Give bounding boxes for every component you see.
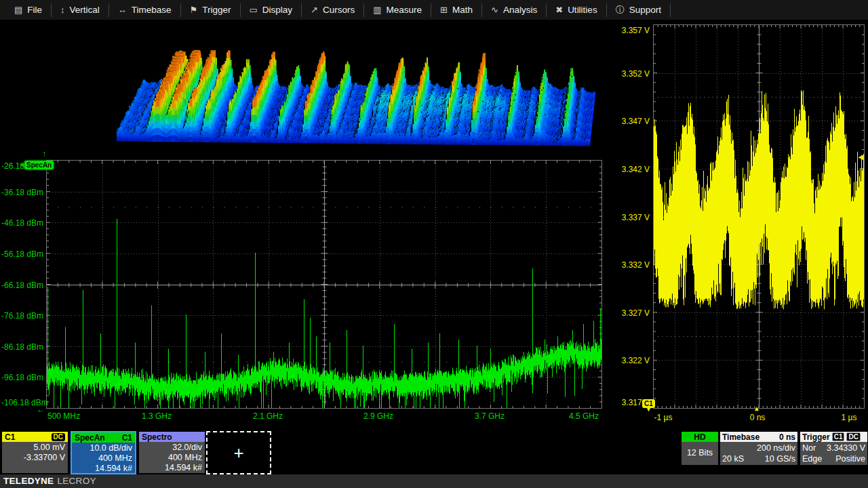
teledyne-lecroy-logo: TELEDYNELECROY: [3, 476, 96, 486]
logo-sub: LECROY: [57, 476, 96, 486]
menu-item-display[interactable]: ▭Display: [241, 0, 302, 20]
c1-title: C1: [5, 432, 15, 442]
c1-scale: 5.00 mV: [2, 443, 65, 453]
support-icon: ⓘ: [616, 4, 625, 16]
menu-item-utilities[interactable]: ✖Utilities: [547, 0, 606, 20]
c1-coupling-badge: DC: [52, 433, 65, 441]
timebase-delay: 0 ns: [779, 432, 795, 442]
spectrum-plot-frame: [46, 160, 602, 409]
scope-plot-frame: [653, 24, 865, 409]
specan-selected-accent: [71, 473, 136, 474]
menu-item-label: Display: [262, 5, 292, 15]
scope-y-label: 3.337 V: [613, 213, 650, 222]
spectrum-x-label: 4.5 GHz: [553, 411, 614, 421]
menu-bar: ▤File↕Vertical↔Timebase⚑Trigger▭Display↗…: [0, 0, 868, 20]
menu-item-file[interactable]: ▤File: [5, 0, 51, 20]
menu-item-label: Measure: [387, 5, 422, 15]
timebase-samples: 20 kS: [722, 453, 744, 464]
vertical-icon: ↕: [60, 5, 65, 15]
descriptor-box-spectro[interactable]: Spectro 32.0/div 400 MHz 14.594 k#: [139, 432, 205, 473]
descriptor-box-c1[interactable]: C1 DC 5.00 mV -3.33700 V: [2, 432, 68, 473]
trigger-level: 3.34330 V: [827, 443, 865, 453]
trigger-status-box[interactable]: Trigger C1 DC Nor 3.34330 V Edge Positiv…: [800, 432, 867, 465]
specan-up-arrow-icon: ↑: [42, 150, 46, 158]
plus-icon: +: [233, 446, 243, 460]
trigger-time-marker-icon[interactable]: ▲: [753, 405, 760, 412]
trigger-level-marker-icon[interactable]: ◄: [856, 152, 865, 161]
cursors-icon: ↗: [311, 5, 318, 15]
specan-title: SpecAn: [75, 433, 105, 443]
spectro-points: 14.594 k#: [139, 463, 202, 473]
menu-item-timebase[interactable]: ↔Timebase: [109, 0, 180, 20]
spectrum-x-label: 2.9 GHz: [348, 411, 409, 421]
spectrum-analyzer-plot[interactable]: [47, 161, 601, 408]
scope-y-label: 3.342 V: [613, 165, 650, 174]
spectrum-y-label: -86.18 dBm: [1, 342, 43, 352]
trigger-source-badge: C1: [832, 432, 845, 441]
spectrum-x-label: 1.3 GHz: [126, 411, 187, 421]
specan-source: C1: [122, 433, 132, 443]
hd-title: HD: [682, 432, 718, 442]
scope-y-label: 3.357 V: [613, 26, 650, 35]
trigger-coupling-badge: DC: [846, 432, 860, 441]
bottom-bar: [0, 474, 868, 488]
c1-offset: -3.33700 V: [2, 453, 65, 463]
utilities-icon: ✖: [555, 5, 563, 15]
menu-separator: [670, 3, 671, 17]
spectrum-y-label: -46.18 dBm: [1, 218, 43, 228]
spectro-span: 400 MHz: [139, 453, 202, 463]
analysis-icon: ∿: [491, 5, 498, 15]
hd-status-box[interactable]: HD 12 Bits: [682, 432, 718, 465]
trigger-title: Trigger: [802, 432, 830, 442]
timebase-rate: 10 GS/s: [765, 453, 795, 464]
display-icon: ▭: [250, 5, 258, 15]
menu-item-label: Support: [629, 5, 661, 15]
scope-x-label: 0 ns: [734, 413, 781, 422]
menu-item-support[interactable]: ⓘSupport: [607, 0, 670, 20]
menu-item-analysis[interactable]: ∿Analysis: [482, 0, 546, 20]
math-icon: ⊞: [440, 5, 448, 15]
descriptor-box-specan[interactable]: SpecAn C1 10.0 dB/div 400 MHz 14.594 k#: [71, 431, 136, 474]
add-trace-button[interactable]: +: [206, 431, 271, 474]
trigger-slope: Positive: [835, 453, 865, 464]
specan-trace-tag[interactable]: SpecAn: [24, 161, 54, 169]
menu-item-label: Timebase: [132, 5, 172, 15]
spectrum-y-label: -56.18 dBm: [1, 249, 43, 259]
timebase-status-box[interactable]: Timebase 0 ns 200 ns/div 20 kS 10 GS/s: [720, 432, 797, 465]
spectrum-x-label: 3.7 GHz: [459, 411, 520, 421]
spectrum-y-label: -76.18 dBm: [1, 311, 43, 321]
c1-waveform-plot[interactable]: [654, 25, 864, 408]
trigger-type: Edge: [802, 453, 822, 464]
spectrum-y-label: -36.18 dBm: [1, 188, 43, 197]
specan-points: 14.594 k#: [72, 464, 132, 474]
menu-item-label: Analysis: [503, 5, 537, 15]
menu-item-vertical[interactable]: ↕Vertical: [52, 0, 108, 20]
timebase-title: Timebase: [722, 432, 760, 442]
file-icon: ▤: [14, 5, 22, 15]
menu-item-label: Trigger: [202, 5, 231, 15]
c1-trace-tag[interactable]: C1: [642, 399, 655, 408]
logo-brand: TELEDYNE: [3, 476, 54, 486]
trigger-mode: Nor: [802, 443, 816, 453]
spectrum-y-label: -96.18 dBm: [1, 373, 43, 382]
timebase-icon: ↔: [118, 5, 127, 15]
spectro-title: Spectro: [142, 432, 172, 442]
spectrum-x-label: 2.1 GHz: [237, 411, 298, 421]
measure-icon: ▥: [373, 5, 381, 15]
menu-item-cursors[interactable]: ↗Cursors: [302, 0, 363, 20]
menu-item-label: File: [27, 5, 42, 15]
menu-item-measure[interactable]: ▥Measure: [364, 0, 431, 20]
spectrum-y-label: -66.18 dBm: [1, 281, 43, 290]
menu-item-label: Utilities: [568, 5, 597, 15]
scope-y-label: 3.322 V: [613, 356, 650, 365]
hd-bits: 12 Bits: [682, 442, 718, 465]
scope-y-label: 3.327 V: [613, 308, 650, 318]
trigger-icon: ⚑: [190, 5, 198, 15]
spectrogram-3d-waterfall-plot[interactable]: [108, 26, 600, 151]
scope-y-label: 3.332 V: [613, 260, 650, 270]
spectro-scale: 32.0/div: [139, 443, 202, 453]
scope-y-label: 3.347 V: [613, 117, 650, 126]
menu-item-math[interactable]: ⊞Math: [431, 0, 481, 20]
menu-item-label: Math: [452, 5, 473, 15]
menu-item-trigger[interactable]: ⚑Trigger: [181, 0, 240, 20]
